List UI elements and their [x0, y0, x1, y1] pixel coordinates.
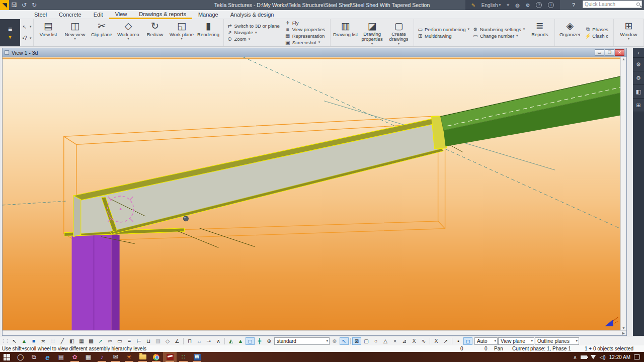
services-gear-icon[interactable]: ⚙	[526, 3, 530, 8]
drawing-properties-button[interactable]: ◪Drawing properties▾	[359, 20, 385, 45]
mail-app[interactable]: ✉	[109, 352, 122, 362]
reports-button[interactable]: ≣ Reports	[526, 20, 553, 45]
tekla-warehouse-app[interactable]: ☀	[122, 352, 136, 362]
left-end-plate[interactable]	[73, 196, 81, 237]
save-icon[interactable]: 🖫	[9, 0, 19, 10]
work-area-button[interactable]: ◇Work area▾	[115, 20, 142, 45]
phases-button[interactable]: ⧉Phases	[585, 26, 610, 32]
view-maximize-button[interactable]: ❐	[605, 49, 614, 56]
screenshot-button[interactable]: ▣Screenshot▾	[285, 39, 327, 45]
redraw-button[interactable]: ↻Redraw	[142, 20, 169, 45]
select-assembly-icon[interactable]: ▲	[20, 337, 29, 345]
rendering-button[interactable]: ▮Rendering	[195, 20, 222, 45]
panel-help-settings-icon[interactable]: ⚙	[633, 58, 644, 71]
word-app[interactable]: W	[190, 352, 204, 362]
snap-square-icon[interactable]: ▢	[362, 337, 371, 345]
quick-launch-input[interactable]: Quick Launch	[583, 1, 642, 8]
zoom-button[interactable]: ⊙Zoom▾	[227, 36, 282, 42]
snap-freeline-icon[interactable]: ∿	[419, 337, 428, 345]
node-icon[interactable]: ⊸	[204, 337, 213, 345]
work-plane-button[interactable]: ◱Work plane▾	[169, 20, 195, 45]
viewport-title-bar[interactable]: View 1 - 3d ▭ ❐ ✕	[3, 48, 626, 57]
tab-steel[interactable]: Steel	[28, 10, 53, 19]
outline-combo[interactable]: Outline planes▾	[535, 337, 579, 345]
purlin-beam[interactable]	[441, 76, 620, 146]
snap-cross-icon[interactable]: ×	[390, 337, 399, 345]
filter-flower-icon[interactable]: ⊛	[330, 337, 339, 345]
tab-view[interactable]: View	[109, 10, 133, 19]
perform-numbering-button[interactable]: ▭Perform numbering▾	[417, 26, 469, 32]
pan-expand-icon[interactable]: ╋	[255, 337, 264, 345]
new-view-button[interactable]: ◫New view▾	[62, 20, 89, 45]
help-circle-icon[interactable]: ?	[536, 2, 542, 8]
apex-icon[interactable]: ∧	[214, 337, 223, 345]
model-sharing-app[interactable]: ∷	[177, 352, 190, 362]
tab-drawings-reports[interactable]: Drawings & reports	[133, 10, 192, 19]
tab-concrete[interactable]: Concrete	[53, 10, 88, 19]
speaker-icon[interactable]: ◁)	[600, 354, 606, 360]
appearance-icon[interactable]: ◍	[515, 3, 520, 8]
scroll-right-icon[interactable]: ▶	[622, 331, 625, 335]
tekla-structures-app[interactable]	[163, 352, 177, 362]
grid-plane-icon[interactable]: ▩	[87, 337, 96, 345]
mouse-settings-icon[interactable]: ⌖	[507, 2, 510, 8]
wifi-icon[interactable]	[591, 355, 596, 359]
panel-settings-icon[interactable]: ⚙	[633, 71, 644, 85]
create-line-icon[interactable]: ╱	[58, 337, 67, 345]
vertical-scrollbar[interactable]: ▲ ▼	[620, 57, 626, 330]
toolbar-grip[interactable]: ⋮⋮	[1, 338, 9, 343]
render-tree-icon[interactable]: ▲	[236, 337, 245, 345]
panel-model-icon[interactable]: ◧	[633, 85, 644, 99]
multidrawing-button[interactable]: ⊞Multidrawing	[417, 33, 469, 39]
select-cursor-icon[interactable]: ↖	[10, 337, 19, 345]
store-app[interactable]: ▤	[54, 352, 68, 362]
grid-icon[interactable]: ▦	[77, 337, 86, 345]
view-cube-icon[interactable]: ◧	[67, 337, 76, 345]
panel-components-icon[interactable]: ⊞	[633, 99, 644, 112]
view-close-button[interactable]: ✕	[615, 49, 624, 56]
pen-icon[interactable]: ✎	[471, 3, 475, 8]
corner-snap-icon[interactable]: ⊓	[185, 337, 194, 345]
snap-arrow-icon[interactable]: ↗	[441, 337, 450, 345]
file-menu-button[interactable]: ≡ ▼	[0, 19, 20, 46]
start-button[interactable]	[0, 352, 14, 362]
fitting-icon[interactable]: ▭	[115, 337, 124, 345]
window-button[interactable]: ⊞ Window ▾	[615, 20, 642, 45]
tab-edit[interactable]: Edit	[88, 10, 109, 19]
model-3d-view[interactable]	[3, 57, 620, 330]
snap-perpendicular-icon[interactable]: ⊿	[400, 337, 409, 345]
battery-icon[interactable]	[581, 355, 587, 359]
reference-point[interactable]	[183, 216, 188, 221]
drawing-list-button[interactable]: ▥Drawing list	[332, 20, 359, 45]
zoom-select-icon[interactable]: ⊕	[265, 337, 274, 345]
navigate-button[interactable]: ⇗Navigate▾	[227, 30, 282, 36]
fit-view-icon[interactable]: ◻	[246, 337, 255, 345]
depth-combo[interactable]: Auto▾	[474, 337, 498, 345]
numbering-settings-button[interactable]: ⚙Numbering settings▾	[472, 26, 525, 32]
clash-check-button[interactable]: ⚡Clash c	[585, 33, 610, 39]
clip-plane-button[interactable]: ✂Clip plane	[89, 20, 115, 45]
pick-cursor-icon[interactable]: ↖	[340, 337, 349, 345]
action-center-icon[interactable]	[634, 354, 640, 359]
tray-chevron-icon[interactable]: ∧	[573, 354, 577, 360]
selection-filter-combo[interactable]: standard▾	[274, 337, 330, 345]
web-plate[interactable]	[80, 122, 443, 234]
plate-icon[interactable]: ▨	[153, 337, 163, 345]
chrome-browser[interactable]	[149, 352, 163, 362]
media-app[interactable]: ♪	[95, 352, 109, 362]
split-icon[interactable]: =	[125, 337, 134, 345]
calculator-app[interactable]: ▦	[82, 352, 95, 362]
snap-box-icon[interactable]: ⊠	[352, 337, 361, 345]
hierarchy-icon[interactable]: ≍	[39, 337, 48, 345]
view-list-button[interactable]: ▤View list	[35, 20, 62, 45]
tab-manage[interactable]: Manage	[192, 10, 224, 19]
point-mode-icon[interactable]: ▪	[454, 337, 463, 345]
cut-icon[interactable]: ✂	[106, 337, 115, 345]
inquire-tool-button[interactable]: ▪?▾	[22, 34, 32, 42]
scroll-up-icon[interactable]: ▲	[622, 57, 625, 61]
tab-analysis-design[interactable]: Analysis & design	[224, 10, 280, 19]
horizontal-scrollbar[interactable]: ▶	[3, 330, 626, 335]
snap-triangle-icon[interactable]: △	[381, 337, 390, 345]
representation-button[interactable]: ▦Representation	[285, 33, 327, 39]
fly-button[interactable]: ✈Fly	[285, 20, 327, 26]
